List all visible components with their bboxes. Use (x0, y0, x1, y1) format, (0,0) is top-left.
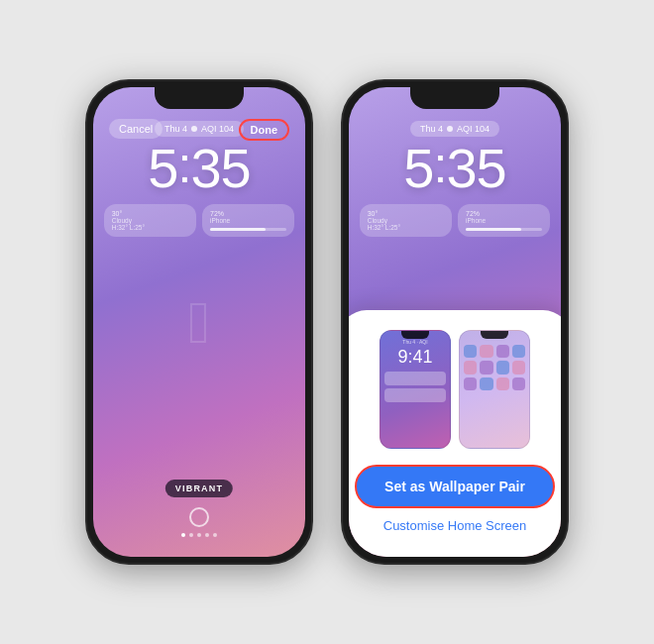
aqi-dot-right (447, 126, 453, 132)
dot-2 (189, 533, 193, 537)
date-text-left: Thu 4 (164, 124, 187, 134)
home-circle[interactable] (189, 507, 209, 527)
cancel-button[interactable]: Cancel (109, 119, 163, 139)
battery-bar-left (210, 228, 286, 231)
weather-widget-left: 30° Cloudy H:32° L:25° (104, 204, 196, 237)
mini-status-left: Thu 4 · AQI (381, 339, 450, 345)
dot-4 (205, 533, 209, 537)
mini-app-7 (496, 361, 509, 374)
right-phone-screen: Thu 4 AQI 104 5:35 30° Cloudy H:32° L:25… (349, 87, 561, 557)
left-phone: Cancel Done  Thu 4 AQI 104 5:35 (85, 79, 313, 565)
mini-notch-right (481, 331, 508, 339)
battery-fill-left (210, 228, 266, 231)
battery-widget-right: 72% iPhone (458, 204, 550, 237)
battery-bar-right (466, 228, 542, 231)
battery-fill-right (466, 228, 521, 231)
vibrant-label: VIBRANT (165, 480, 233, 497)
weather-desc-left: Cloudy (112, 217, 188, 224)
customise-home-screen-link[interactable]: Customise Home Screen (355, 518, 555, 533)
scene: Cancel Done  Thu 4 AQI 104 5:35 (0, 0, 654, 644)
clock-minutes-right: 35 (446, 137, 505, 199)
dot-1 (181, 533, 185, 537)
mini-app-11 (496, 377, 509, 390)
done-button[interactable]: Done (239, 119, 290, 141)
mini-app-5 (464, 361, 477, 374)
mini-app-4 (512, 345, 525, 358)
mini-widget-2 (384, 388, 446, 402)
mini-app-3 (496, 345, 509, 358)
mini-widgets-left (381, 368, 450, 406)
wallpaper-preview-row: Thu 4 · AQI 9:41 (355, 330, 555, 449)
mini-app-12 (512, 377, 525, 390)
battery-device-right: iPhone (466, 217, 542, 224)
weather-hi-lo-left: H:32° L:25° (112, 224, 188, 231)
clock-hours-right: 5 (403, 137, 433, 199)
status-pill-right: Thu 4 AQI 104 (410, 121, 499, 137)
mini-phone-home (459, 330, 530, 449)
clock-sep-left: : (177, 138, 190, 193)
mini-app-1 (464, 345, 477, 358)
battery-pct-right: 72% (466, 210, 542, 217)
mini-phone-lock: Thu 4 · AQI 9:41 (380, 330, 451, 449)
clock-hours-left: 5 (148, 137, 177, 199)
date-text-right: Thu 4 (420, 124, 443, 134)
clock-minutes-left: 35 (190, 137, 250, 199)
weather-temp-left: 30° (112, 210, 188, 217)
mini-widget-1 (384, 372, 446, 385)
weather-temp-right: 30° (368, 210, 444, 217)
mini-clock: 9:41 (381, 347, 450, 368)
dot-5 (213, 533, 217, 537)
home-indicator-left (181, 507, 217, 537)
battery-device-left: iPhone (210, 217, 286, 224)
clock-sep-right: : (433, 138, 446, 193)
status-pill-left: Thu 4 AQI 104 (155, 121, 244, 137)
mini-app-10 (480, 377, 492, 390)
aqi-dot-left (191, 126, 197, 132)
clock-left: 5:35 (148, 141, 250, 196)
right-phone: Thu 4 AQI 104 5:35 30° Cloudy H:32° L:25… (341, 79, 569, 565)
mini-home-grid (460, 339, 529, 396)
mini-app-8 (512, 361, 525, 374)
mini-app-9 (464, 377, 477, 390)
wallpaper-pair-popup: Thu 4 · AQI 9:41 (349, 310, 561, 557)
widgets-row-left: 30° Cloudy H:32° L:25° 72% iPhone (104, 204, 295, 237)
set-wallpaper-pair-button[interactable]: Set as Wallpaper Pair (355, 465, 555, 508)
dot-3 (197, 533, 201, 537)
battery-widget-left: 72% iPhone (202, 204, 294, 237)
mini-app-2 (480, 345, 492, 358)
weather-hi-lo-right: H:32° L:25° (368, 224, 444, 231)
aqi-text-right: AQI 104 (457, 124, 490, 134)
clock-right: 5:35 (403, 141, 505, 196)
notch-left (155, 87, 244, 109)
battery-pct-left: 72% (210, 210, 286, 217)
left-phone-screen: Cancel Done  Thu 4 AQI 104 5:35 (93, 87, 305, 557)
aqi-text-left: AQI 104 (201, 124, 234, 134)
weather-desc-right: Cloudy (368, 217, 444, 224)
weather-widget-right: 30° Cloudy H:32° L:25° (360, 204, 452, 237)
notch-right (410, 87, 499, 109)
widgets-row-right: 30° Cloudy H:32° L:25° 72% iPhone (360, 204, 551, 237)
page-dots (181, 533, 217, 537)
mini-app-6 (480, 361, 492, 374)
mini-notch-left (401, 331, 429, 339)
